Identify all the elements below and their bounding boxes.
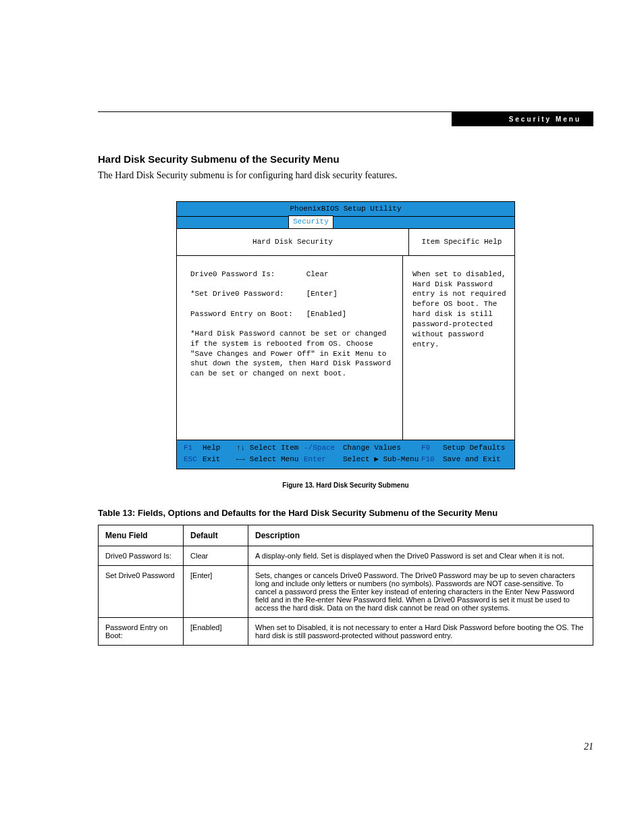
label-select-submenu: Select ▶ Sub-Menu	[343, 454, 421, 465]
key-minus-space[interactable]: -/Space	[304, 443, 343, 453]
breadcrumb: Security Menu	[452, 112, 593, 126]
cell-default: [Enabled]	[184, 617, 248, 645]
bios-field-set-drive0-password[interactable]: *Set Drive0 Password: [Enter]	[190, 289, 396, 299]
cell-field: Set Drive0 Password	[99, 565, 184, 617]
header-bar: Security Menu	[98, 112, 593, 126]
key-f10[interactable]: F10	[421, 454, 443, 465]
cell-default: Clear	[184, 546, 248, 565]
key-f9[interactable]: F9	[421, 443, 443, 453]
bios-fields-panel: Drive0 Password Is: Clear *Set Drive0 Pa…	[177, 256, 403, 440]
bios-panel-heading-left: Hard Disk Security	[177, 229, 409, 255]
label-select-menu: ←→ Select Menu	[236, 454, 304, 465]
figure-caption: Figure 13. Hard Disk Security Submenu	[98, 481, 593, 489]
cell-desc: A display-only field. Set is displayed w…	[248, 546, 593, 565]
th-menu-field: Menu Field	[99, 525, 184, 546]
bios-body: Drive0 Password Is: Clear *Set Drive0 Pa…	[177, 256, 514, 440]
bios-help-panel: When set to disabled, Hard Disk Password…	[403, 256, 514, 440]
bios-panel-heading-right: Item Specific Help	[409, 229, 514, 255]
cell-default: [Enter]	[184, 565, 248, 617]
label-help: Help	[203, 443, 236, 453]
bios-help-text: When set to disabled, Hard Disk Password…	[412, 269, 508, 350]
table-row: Drive0 Password Is: Clear A display-only…	[99, 546, 593, 565]
label-select-item: ↑↓ Select Item	[236, 443, 304, 453]
bios-note: *Hard Disk Password cannot be set or cha…	[190, 329, 396, 379]
fields-table: Menu Field Default Description Drive0 Pa…	[98, 525, 593, 646]
cell-desc: When set to Disabled, it is not necessar…	[248, 617, 593, 645]
page: Security Menu Hard Disk Security Submenu…	[0, 0, 644, 834]
label-exit: Exit	[203, 454, 236, 465]
table-header-row: Menu Field Default Description	[99, 525, 593, 546]
label-setup-defaults: Setup Defaults	[443, 443, 508, 453]
bios-tabs: Security	[177, 217, 514, 229]
bios-title: PhoenixBIOS Setup Utility	[177, 202, 514, 217]
cell-field: Drive0 Password Is:	[99, 546, 184, 565]
bios-field-drive0-password-is: Drive0 Password Is: Clear	[190, 269, 396, 280]
bios-footer: F1 Help ↑↓ Select Item -/Space Change Va…	[177, 440, 514, 469]
cell-desc: Sets, changes or cancels Drive0 Password…	[248, 565, 593, 617]
table-caption: Table 13: Fields, Options and Defaults f…	[98, 508, 593, 518]
cell-field: Password Entry on Boot:	[99, 617, 184, 645]
section-heading: Hard Disk Security Submenu of the Securi…	[98, 153, 593, 165]
page-number: 21	[584, 741, 593, 752]
th-default: Default	[184, 525, 248, 546]
label-save-and-exit: Save and Exit	[443, 454, 508, 465]
label-change-values: Change Values	[343, 443, 421, 453]
bios-field-password-entry-on-boot[interactable]: Password Entry on Boot: [Enabled]	[190, 309, 396, 319]
bios-window: PhoenixBIOS Setup Utility Security Hard …	[176, 201, 515, 469]
bios-panel-headings: Hard Disk Security Item Specific Help	[177, 229, 514, 256]
key-enter[interactable]: Enter	[304, 454, 343, 465]
th-description: Description	[248, 525, 593, 546]
key-f1[interactable]: F1	[184, 443, 203, 453]
key-esc[interactable]: ESC	[184, 454, 203, 465]
table-row: Password Entry on Boot: [Enabled] When s…	[99, 617, 593, 645]
table-row: Set Drive0 Password [Enter] Sets, change…	[99, 565, 593, 617]
bios-tab-security[interactable]: Security	[288, 215, 333, 228]
section-sub: The Hard Disk Security submenu is for co…	[98, 170, 593, 181]
